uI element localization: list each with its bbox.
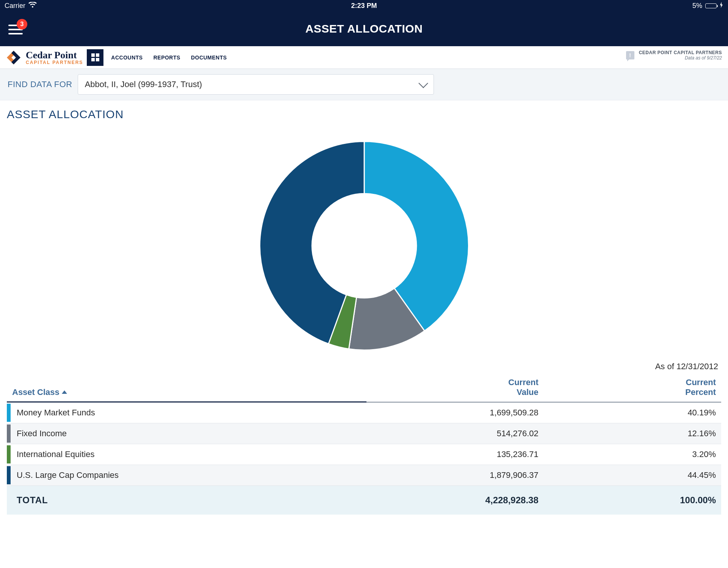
row-color-swatch — [7, 445, 11, 463]
col-header-asset-class[interactable]: Asset Class — [7, 374, 366, 402]
account-selector-bar: FIND DATA FOR Abbot, II, Joel (999-1937,… — [0, 69, 728, 100]
row-current-percent: 40.19% — [544, 402, 721, 423]
row-asset-class: Fixed Income — [11, 423, 366, 444]
top-nav-bar: Cedar Point CAPITAL PARTNERS ACCOUNTS RE… — [0, 46, 728, 69]
logo-mark-icon — [5, 48, 23, 67]
carrier-label: Carrier — [5, 2, 25, 10]
status-time: 2:23 PM — [351, 2, 377, 10]
nav-links: ACCOUNTS REPORTS DOCUMENTS — [111, 55, 227, 61]
row-asset-class: International Equities — [11, 444, 366, 465]
as-of-label: As of 12/31/2012 — [7, 362, 721, 371]
notification-badge: 3 — [17, 19, 27, 30]
nav-link-documents[interactable]: DOCUMENTS — [191, 55, 227, 61]
brand-logo[interactable]: Cedar Point CAPITAL PARTNERS — [5, 48, 83, 67]
chevron-down-icon — [418, 78, 428, 88]
table-row[interactable]: International Equities135,236.713.20% — [7, 444, 721, 465]
find-data-for-label: FIND DATA FOR — [8, 80, 72, 89]
account-select-value: Abbot, II, Joel (999-1937, Trust) — [85, 80, 202, 89]
row-current-value: 135,236.71 — [366, 444, 544, 465]
row-current-percent: 12.16% — [544, 423, 721, 444]
charging-icon — [720, 2, 723, 10]
total-label: TOTAL — [11, 486, 366, 515]
row-asset-class: U.S. Large Cap Companies — [11, 465, 366, 486]
app-title-bar: 3 ASSET ALLOCATION — [0, 11, 728, 46]
app-title: ASSET ALLOCATION — [305, 22, 423, 35]
row-color-swatch — [7, 424, 11, 443]
data-as-of-label: Data as of 9/27/22 — [639, 55, 722, 61]
apps-grid-button[interactable] — [87, 49, 103, 66]
total-row: TOTAL 4,228,928.38 100.00% — [7, 486, 721, 515]
row-current-percent: 3.20% — [544, 444, 721, 465]
allocation-donut-chart — [254, 136, 474, 356]
account-select[interactable]: Abbot, II, Joel (999-1937, Trust) — [78, 74, 434, 95]
table-row[interactable]: Fixed Income514,276.0212.16% — [7, 423, 721, 444]
logo-text-bottom: CAPITAL PARTNERS — [26, 60, 83, 65]
logo-text-top: Cedar Point — [26, 50, 83, 60]
nav-link-accounts[interactable]: ACCOUNTS — [111, 55, 142, 61]
allocation-table: Asset Class CurrentValue CurrentPercent … — [7, 374, 721, 515]
sort-ascending-icon — [62, 390, 67, 394]
total-value: 4,228,928.38 — [366, 486, 544, 515]
battery-percent: 5% — [692, 2, 702, 10]
row-asset-class: Money Market Funds — [11, 402, 366, 423]
row-color-swatch — [7, 466, 11, 484]
row-current-value: 1,699,509.28 — [366, 402, 544, 423]
hamburger-menu-button[interactable]: 3 — [8, 21, 25, 38]
wifi-icon — [28, 2, 37, 10]
page-heading: ASSET ALLOCATION — [7, 108, 721, 121]
row-current-value: 514,276.02 — [366, 423, 544, 444]
nav-link-reports[interactable]: REPORTS — [153, 55, 180, 61]
row-color-swatch — [7, 404, 11, 422]
battery-icon — [705, 3, 717, 8]
table-row[interactable]: U.S. Large Cap Companies1,879,906.3744.4… — [7, 465, 721, 486]
alerts-icon[interactable]: ! — [626, 51, 634, 59]
col-header-current-percent[interactable]: CurrentPercent — [544, 374, 721, 402]
table-row[interactable]: Money Market Funds1,699,509.2840.19% — [7, 402, 721, 423]
firm-name-label: CEDAR POINT CAPITAL PARTNERS — [639, 50, 722, 55]
col-header-current-value[interactable]: CurrentValue — [366, 374, 544, 402]
total-percent: 100.00% — [544, 486, 721, 515]
device-status-bar: Carrier 2:23 PM 5% — [0, 0, 728, 11]
row-current-percent: 44.45% — [544, 465, 721, 486]
row-current-value: 1,879,906.37 — [366, 465, 544, 486]
